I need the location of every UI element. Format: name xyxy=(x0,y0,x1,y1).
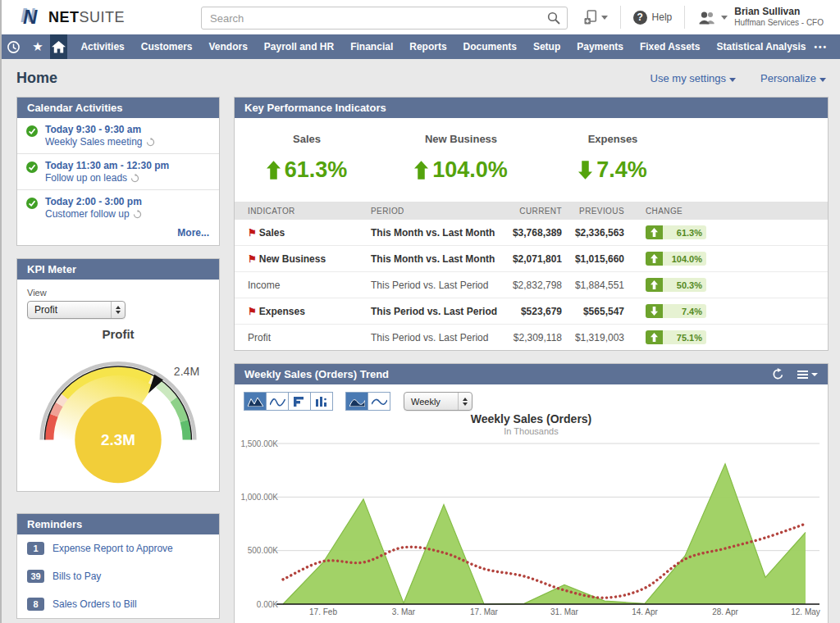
area-chart-icon xyxy=(248,397,263,407)
x-axis-tick: 31. Mar xyxy=(550,607,579,616)
smooth-line-icon xyxy=(372,397,387,407)
reminder-expense-report-to-approve[interactable]: 1Expense Report to Approve xyxy=(17,534,219,562)
smooth-area-button[interactable] xyxy=(345,392,368,411)
kpi-indicator: Income xyxy=(248,280,371,291)
arrow-up-icon xyxy=(651,254,658,263)
calendar-item-3[interactable]: Today 2:00 - 3:00 pmCustomer follow up xyxy=(17,189,219,225)
kpi-view-select[interactable]: Profit xyxy=(27,301,126,319)
arrow-up-icon xyxy=(414,161,428,180)
user-icon xyxy=(697,11,717,25)
kpi-period: This Month vs. Last Month xyxy=(371,253,506,265)
brand-name: NETSUITE xyxy=(48,9,125,26)
flag-icon: ⚑ xyxy=(248,306,257,317)
nav-menu: ActivitiesCustomersVendorsPayroll and HR… xyxy=(72,41,814,52)
recurring-icon xyxy=(130,174,139,183)
search-icon[interactable] xyxy=(541,11,567,25)
nav-item-vendors[interactable]: Vendors xyxy=(200,41,255,52)
netsuite-logo[interactable]: NN NETSUITE xyxy=(20,7,125,28)
home-tab[interactable] xyxy=(50,34,68,59)
chevron-down-icon xyxy=(811,373,818,376)
kpi-highlights: Sales61.3%New Business104.0%Expenses7.4% xyxy=(235,118,828,202)
calendar-item-1[interactable]: Today 9:30 - 9:30 amWeekly Sales meeting xyxy=(17,118,219,153)
user-menu[interactable]: Brian Sullivan Huffman Services - CFO xyxy=(684,6,836,29)
kpi-row-profit: ProfitThis Period vs. Last Period$2,309,… xyxy=(235,324,828,350)
nav-item-payroll-and-hr[interactable]: Payroll and HR xyxy=(256,41,342,52)
recent-records-button[interactable] xyxy=(2,34,25,59)
kpi-current: $3,768,389 xyxy=(506,227,562,239)
reminder-label: Expense Report to Approve xyxy=(52,543,173,554)
check-circle-icon xyxy=(26,125,38,137)
chevron-down-icon xyxy=(601,16,608,20)
panel-menu-button[interactable] xyxy=(797,371,818,379)
view-label: View xyxy=(27,288,209,298)
nav-item-reports[interactable]: Reports xyxy=(401,41,454,52)
kpi-highlight-value: 104.0% xyxy=(379,157,543,183)
reminder-bills-to-pay[interactable]: 39Bills to Pay xyxy=(17,562,219,590)
kpi-highlight-expenses: Expenses7.4% xyxy=(543,133,682,183)
nav-item-financial[interactable]: Financial xyxy=(342,41,401,52)
arrow-up-icon xyxy=(267,161,281,180)
line-chart-icon xyxy=(270,397,285,407)
nav-item-customers[interactable]: Customers xyxy=(133,41,201,52)
calendar-list: Today 9:30 - 9:30 amWeekly Sales meeting… xyxy=(17,118,219,225)
chart-type-line-button[interactable] xyxy=(266,392,289,411)
use-my-settings-link[interactable]: Use my settings xyxy=(651,72,736,84)
refresh-icon[interactable] xyxy=(772,368,784,380)
kpi-current: $2,309,118 xyxy=(506,332,562,343)
help-button[interactable]: ? Help xyxy=(620,6,685,29)
recurring-icon xyxy=(146,138,155,147)
stacked-chart-icon xyxy=(294,397,305,407)
kpi-highlight-value: 7.4% xyxy=(543,157,682,183)
kpi-highlight-label: New Business xyxy=(379,133,543,145)
kpi-row-sales: ⚑SalesThis Month vs. Last Month$3,768,38… xyxy=(235,220,828,245)
change-badge: 61.3% xyxy=(646,225,706,239)
chart-type-column-button[interactable] xyxy=(310,392,333,411)
reminder-sales-orders-to-bill[interactable]: 8Sales Orders to Bill xyxy=(17,590,219,618)
kpi-change: 50.3% xyxy=(631,278,815,292)
main-column: Key Performance Indicators Sales61.3%New… xyxy=(234,97,829,623)
select-spinner-icon xyxy=(458,393,472,410)
nav-item-setup[interactable]: Setup xyxy=(525,41,568,52)
nav-overflow-button[interactable]: ••• xyxy=(814,43,828,52)
y-axis-tick: 0.00K xyxy=(257,600,278,609)
calendar-more-link[interactable]: More... xyxy=(17,225,219,245)
kpi-period: This Period vs. Last Period xyxy=(371,280,506,291)
kpi-row-income: IncomeThis Period vs. Last Period$2,832,… xyxy=(235,271,828,298)
personalize-link[interactable]: Personalize xyxy=(760,72,826,84)
change-badge: 7.4% xyxy=(646,304,706,318)
kpi-meter-panel-header: KPI Meter xyxy=(17,259,219,280)
nav-item-payments[interactable]: Payments xyxy=(568,41,632,52)
calendar-item-subject: Follow up on leads xyxy=(45,172,211,184)
kpi-table-body: ⚑SalesThis Month vs. Last Month$3,768,38… xyxy=(235,220,828,350)
calendar-item-time: Today 11:30 am - 12:30 pm xyxy=(45,160,211,171)
nav-item-documents[interactable]: Documents xyxy=(455,41,525,52)
chart-type-stacked-button[interactable] xyxy=(288,392,311,411)
page-header: Home Use my settings Personalize xyxy=(16,70,826,87)
chart-type-area-button[interactable] xyxy=(244,392,267,411)
kpi-change: 61.3% xyxy=(631,225,815,239)
x-axis-tick: 17. Feb xyxy=(309,607,337,616)
gauge-title: Profit xyxy=(17,327,219,341)
flag-icon: ⚑ xyxy=(248,253,257,265)
shortcuts-button[interactable]: ★ xyxy=(25,34,49,59)
nav-item-fixed-assets[interactable]: Fixed Assets xyxy=(632,41,709,52)
kpi-previous: $2,336,563 xyxy=(562,227,631,239)
gauge-value: 2.3M xyxy=(101,431,135,448)
arrow-down-icon xyxy=(651,307,658,316)
kpi-previous: $1,015,660 xyxy=(562,253,631,265)
kpi-previous: $1,884,551 xyxy=(562,280,631,291)
nav-item-activities[interactable]: Activities xyxy=(72,41,132,52)
help-icon: ? xyxy=(633,11,647,25)
create-new-menu[interactable] xyxy=(571,6,620,29)
app-header: NN NETSUITE ? Help Brian Sullivan Huffma… xyxy=(2,0,840,34)
calendar-item-2[interactable]: Today 11:30 am - 12:30 pmFollow up on le… xyxy=(17,153,219,189)
search-input[interactable] xyxy=(202,12,541,25)
trend-panel-header: Weekly Sales (Orders) Trend xyxy=(235,364,828,384)
y-axis-tick: 1,500.00K xyxy=(240,439,278,448)
recurring-icon xyxy=(133,210,142,219)
nav-item-statistical-analysis[interactable]: Statistical Analysis xyxy=(709,41,815,52)
kpi-row-new-business: ⚑New BusinessThis Month vs. Last Month$2… xyxy=(235,245,828,271)
change-badge: 104.0% xyxy=(646,252,706,266)
smooth-line-button[interactable] xyxy=(368,392,390,411)
trend-period-select[interactable]: Weekly xyxy=(404,392,472,411)
